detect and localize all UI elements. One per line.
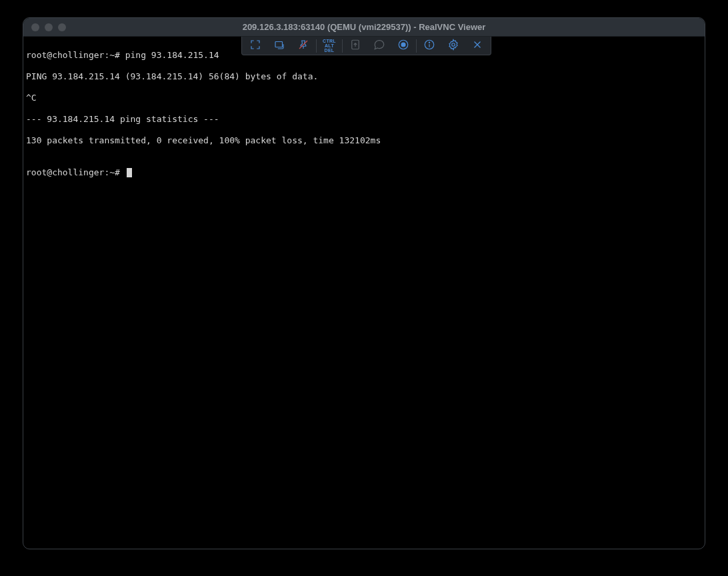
terminal-cursor — [127, 168, 132, 177]
chat-button[interactable] — [367, 37, 391, 55]
terminal-line: 130 packets transmitted, 0 received, 100… — [26, 135, 702, 146]
terminal-line: --- 93.184.215.14 ping statistics --- — [26, 114, 702, 125]
terminal-line: PING 93.184.215.14 (93.184.215.14) 56(84… — [26, 71, 702, 82]
scale-icon — [273, 39, 285, 53]
fullscreen-icon — [249, 39, 261, 53]
window-title: 209.126.3.183:63140 (QEMU (vmi229537)) -… — [23, 22, 705, 32]
pin-button[interactable] — [291, 37, 315, 55]
close-icon — [471, 39, 483, 53]
svg-point-4 — [401, 43, 405, 47]
terminal-line: ^C — [26, 93, 702, 103]
svg-point-7 — [429, 42, 429, 43]
info-button[interactable] — [417, 37, 441, 55]
svg-rect-0 — [275, 41, 283, 47]
toolbar-separator — [342, 39, 343, 53]
vnc-window: 209.126.3.183:63140 (QEMU (vmi229537)) -… — [23, 17, 705, 549]
ctrl-alt-del-icon: CTRLALTDEL — [323, 39, 336, 53]
ctrl-alt-del-button[interactable]: CTRLALTDEL — [317, 37, 341, 55]
toolbar-separator — [416, 39, 417, 53]
titlebar[interactable]: 209.126.3.183:63140 (QEMU (vmi229537)) -… — [23, 18, 705, 37]
prompt-text: root@chollinger:~# — [26, 167, 125, 177]
transfer-icon — [349, 39, 361, 53]
settings-button[interactable] — [441, 37, 465, 55]
svg-point-8 — [452, 43, 455, 46]
close-session-button[interactable] — [465, 37, 489, 55]
transfer-button[interactable] — [343, 37, 367, 55]
vnc-toolbar: CTRLALTDEL — [241, 37, 491, 55]
fullscreen-button[interactable] — [243, 37, 267, 55]
traffic-lights — [23, 23, 66, 31]
scale-button[interactable] — [267, 37, 291, 55]
pin-off-icon — [297, 39, 309, 53]
close-window-button[interactable] — [31, 23, 39, 31]
gear-icon — [447, 39, 459, 53]
record-button[interactable] — [391, 37, 415, 55]
record-icon — [397, 39, 409, 53]
minimize-window-button[interactable] — [45, 23, 53, 31]
chat-icon — [373, 39, 385, 53]
info-icon — [423, 39, 435, 53]
terminal-prompt: root@chollinger:~# — [26, 167, 702, 178]
maximize-window-button[interactable] — [58, 23, 66, 31]
terminal-output[interactable]: root@chollinger:~# ping 93.184.215.14 PI… — [23, 37, 705, 202]
toolbar-separator — [316, 39, 317, 53]
